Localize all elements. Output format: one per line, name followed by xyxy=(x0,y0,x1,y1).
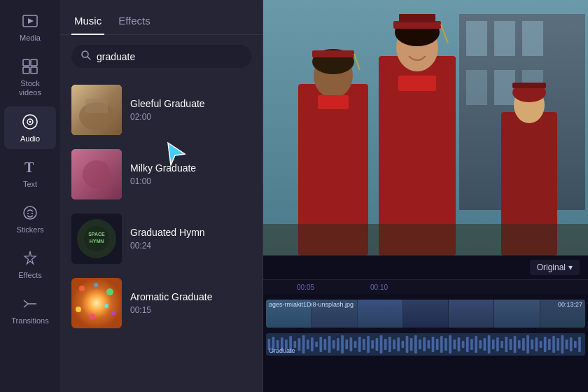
waveform-svg xyxy=(266,333,585,356)
svg-point-31 xyxy=(94,283,98,287)
track-thumbnail-2 xyxy=(71,149,122,200)
svg-rect-93 xyxy=(388,337,391,352)
list-item[interactable]: Aromatic Graduate 00:15 xyxy=(66,271,257,335)
svg-rect-90 xyxy=(376,338,379,351)
svg-rect-130 xyxy=(548,339,551,350)
svg-rect-4 xyxy=(23,67,29,74)
svg-rect-58 xyxy=(398,76,436,91)
svg-rect-131 xyxy=(552,336,555,353)
svg-rect-133 xyxy=(561,335,564,354)
video-track-file-label: ages-rmiakit1Di8-unsplash.jpg xyxy=(269,301,354,308)
svg-rect-134 xyxy=(566,340,568,349)
svg-rect-128 xyxy=(540,341,542,348)
stickers-icon xyxy=(20,203,40,223)
dropdown-chevron-icon: ▾ xyxy=(568,262,573,272)
svg-rect-105 xyxy=(440,336,443,353)
svg-rect-132 xyxy=(556,338,559,351)
sidebar-item-audio[interactable]: Audio xyxy=(4,106,56,149)
svg-rect-82 xyxy=(341,335,344,354)
track-row-audio: Graduate xyxy=(263,332,588,357)
svg-marker-1 xyxy=(28,18,34,24)
sidebar-item-label-audio: Audio xyxy=(20,134,40,144)
svg-rect-83 xyxy=(345,340,348,349)
svg-rect-136 xyxy=(574,341,577,348)
svg-rect-51 xyxy=(318,95,349,109)
svg-rect-116 xyxy=(488,335,491,354)
video-scene xyxy=(263,0,588,255)
svg-point-23 xyxy=(83,160,111,188)
video-preview xyxy=(263,0,588,255)
sidebar-item-transitions[interactable]: Transitions xyxy=(4,288,56,331)
sidebar-item-label-stock: Stockvideos xyxy=(19,79,41,97)
svg-rect-122 xyxy=(514,336,517,353)
svg-rect-56 xyxy=(399,14,435,22)
search-icon xyxy=(81,50,91,62)
tab-music[interactable]: Music xyxy=(71,8,104,35)
list-item[interactable]: Milky Graduate 01:00 xyxy=(66,142,257,206)
stock-icon xyxy=(20,57,40,76)
track-duration-1: 02:00 xyxy=(130,112,251,122)
svg-rect-85 xyxy=(354,341,357,348)
svg-point-36 xyxy=(104,304,108,308)
svg-rect-72 xyxy=(298,338,301,351)
sidebar-item-media[interactable]: Media xyxy=(4,6,56,48)
list-item[interactable]: SPACE HYMN Graduated Hymn 00:24 xyxy=(66,206,257,271)
svg-rect-100 xyxy=(419,340,421,349)
svg-rect-118 xyxy=(496,337,499,351)
svg-rect-137 xyxy=(578,337,581,352)
svg-point-12 xyxy=(31,213,33,214)
svg-rect-92 xyxy=(384,339,387,350)
video-track-content[interactable]: ages-rmiakit1Di8-unsplash.jpg 00:13:27 xyxy=(266,300,585,328)
svg-rect-126 xyxy=(531,340,533,349)
svg-rect-110 xyxy=(462,341,465,348)
track-thumbnail-3: SPACE HYMN xyxy=(71,214,122,264)
svg-rect-76 xyxy=(315,342,318,347)
svg-rect-117 xyxy=(492,340,495,349)
svg-rect-98 xyxy=(410,338,413,351)
svg-point-33 xyxy=(76,307,81,312)
svg-rect-80 xyxy=(332,340,335,349)
track-title-2: Milky Graduate xyxy=(130,162,251,174)
svg-rect-115 xyxy=(484,338,486,351)
search-input[interactable] xyxy=(97,51,241,62)
svg-rect-95 xyxy=(397,337,400,351)
svg-rect-114 xyxy=(479,340,482,349)
sidebar-item-effects[interactable]: Effects xyxy=(4,243,56,286)
svg-point-32 xyxy=(106,288,113,295)
svg-rect-81 xyxy=(337,338,340,351)
svg-text:SPACE: SPACE xyxy=(88,232,105,237)
list-item[interactable]: Gleeful Graduate 02:00 xyxy=(66,78,257,142)
timeline-controls: Original ▾ xyxy=(263,255,588,280)
svg-rect-49 xyxy=(312,50,354,57)
svg-rect-89 xyxy=(371,340,374,349)
svg-rect-91 xyxy=(380,335,383,354)
svg-point-8 xyxy=(29,120,31,122)
track-info-2: Milky Graduate 01:00 xyxy=(130,162,251,186)
svg-rect-63 xyxy=(263,224,588,255)
svg-point-35 xyxy=(90,314,95,319)
original-dropdown[interactable]: Original ▾ xyxy=(530,260,580,275)
svg-point-30 xyxy=(79,286,85,291)
svg-point-11 xyxy=(27,213,29,214)
track-info-4: Aromatic Graduate 00:15 xyxy=(130,291,251,315)
sidebar: Media Stockvideos Audio T xyxy=(0,0,60,392)
video-track-time-label: 00:13:27 xyxy=(558,301,582,308)
sidebar-item-text[interactable]: T Text xyxy=(4,152,56,195)
tab-effects[interactable]: Effects xyxy=(115,8,153,35)
timeline-area: Original ▾ 00:05 00:10 xyxy=(263,255,588,392)
audio-track-content[interactable]: Graduate xyxy=(266,333,585,356)
audio-panel: Music Effects xyxy=(60,0,263,392)
svg-rect-104 xyxy=(436,339,439,350)
svg-rect-125 xyxy=(526,335,529,354)
svg-rect-112 xyxy=(470,339,473,350)
svg-rect-79 xyxy=(328,336,331,353)
sidebar-item-stickers[interactable]: Stickers xyxy=(4,197,56,240)
svg-point-34 xyxy=(111,311,115,315)
main-area: Original ▾ 00:05 00:10 xyxy=(263,0,588,392)
svg-rect-40 xyxy=(466,21,487,56)
sidebar-item-stock[interactable]: Stockvideos xyxy=(4,51,56,103)
svg-rect-78 xyxy=(324,339,327,350)
svg-rect-99 xyxy=(414,335,417,354)
svg-rect-103 xyxy=(432,337,435,352)
track-duration-2: 01:00 xyxy=(130,176,251,186)
